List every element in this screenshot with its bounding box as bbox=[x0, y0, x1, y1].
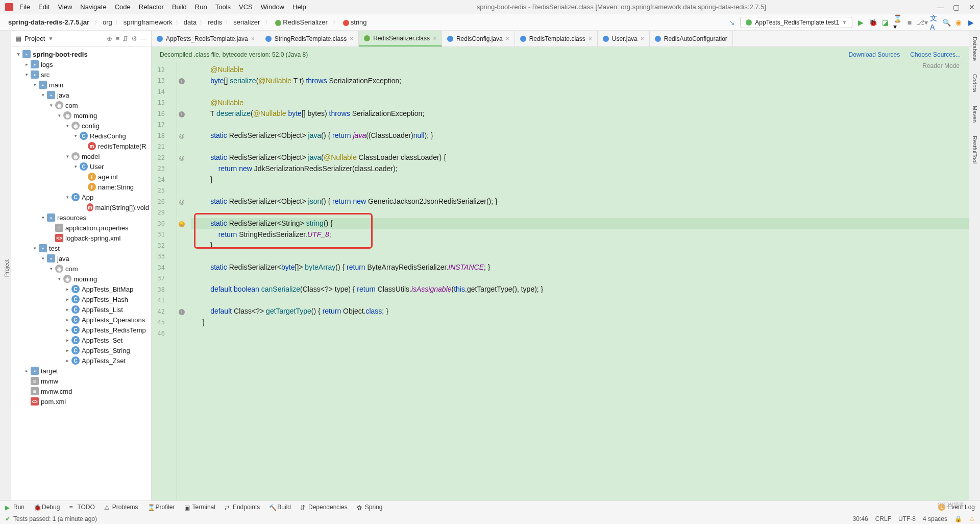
tree-node-redisconfig[interactable]: ▾CRedisConfig bbox=[11, 131, 151, 141]
code-line[interactable]: byte[] serialize(@Nullable T t) throws S… bbox=[191, 76, 969, 87]
line-number[interactable]: 24 bbox=[152, 176, 168, 183]
menu-edit[interactable]: Edit bbox=[38, 3, 50, 11]
tree-arrow-icon[interactable]: ▾ bbox=[48, 103, 54, 108]
tree-arrow-icon[interactable]: ▾ bbox=[64, 195, 70, 200]
project-header-label[interactable]: Project bbox=[24, 35, 45, 42]
tab-close-icon[interactable]: × bbox=[251, 35, 255, 42]
line-number[interactable]: 13 bbox=[152, 77, 168, 84]
code-line[interactable]: static RedisSerializer<Object> java(@Nul… bbox=[191, 152, 969, 163]
tree-node-apptests-hash[interactable]: ▸CAppTests_Hash bbox=[11, 294, 151, 304]
code-line[interactable] bbox=[191, 141, 969, 153]
code-line[interactable] bbox=[191, 185, 969, 197]
profile-icon[interactable]: ⌛▾ bbox=[893, 18, 901, 27]
stop-icon[interactable]: ■ bbox=[905, 18, 914, 27]
code-line[interactable] bbox=[191, 120, 969, 131]
tool-build[interactable]: 🔨Build bbox=[269, 504, 291, 511]
line-number[interactable]: 26 bbox=[152, 198, 168, 205]
tree-arrow-icon[interactable]: ▸ bbox=[64, 338, 70, 343]
tool-dependencies[interactable]: ⇵Dependencies bbox=[300, 504, 348, 511]
annotation-gutter-icon[interactable]: @ bbox=[177, 199, 186, 205]
line-number[interactable]: 34 bbox=[152, 264, 168, 271]
menu-window[interactable]: Window bbox=[261, 3, 284, 11]
code-body[interactable]: @Nullable byte[] serialize(@Nullable T t… bbox=[191, 62, 969, 501]
minimize-icon[interactable]: — bbox=[937, 3, 944, 11]
tree-node-age-int[interactable]: fage:int bbox=[11, 172, 151, 182]
breadcrumb-module[interactable]: spring-data-redis-2.7.5.jar bbox=[5, 17, 92, 27]
code-line[interactable]: @Nullable bbox=[191, 98, 969, 109]
tree-node-com[interactable]: ▾◉com bbox=[11, 264, 151, 274]
tab-close-icon[interactable]: × bbox=[641, 35, 644, 42]
line-number[interactable]: 42 bbox=[152, 308, 168, 315]
inspection-icon[interactable]: ⚠ bbox=[969, 515, 975, 522]
line-number[interactable]: 23 bbox=[152, 165, 168, 172]
breadcrumb-serializer[interactable]: serializer bbox=[230, 17, 263, 27]
settings-gear-icon[interactable]: ⚙ bbox=[131, 35, 137, 42]
tool-terminal[interactable]: ▣Terminal bbox=[184, 504, 215, 511]
tool-spring[interactable]: ✿Spring bbox=[357, 504, 383, 511]
menu-help[interactable]: Help bbox=[292, 3, 306, 11]
maximize-icon[interactable]: ▢ bbox=[953, 3, 960, 11]
codota-icon[interactable]: ◉ bbox=[954, 18, 963, 27]
locate-icon[interactable]: ⊕ bbox=[107, 35, 112, 42]
tree-node-apptests-list[interactable]: ▸CAppTests_List bbox=[11, 304, 151, 315]
tab-redistemplate-class[interactable]: RedisTemplate.class× bbox=[515, 31, 598, 46]
code-line[interactable]: T deserialize(@Nullable byte[] bytes) th… bbox=[191, 108, 969, 120]
right-tab-maven[interactable]: Maven bbox=[971, 104, 979, 125]
file-encoding[interactable]: UTF-8 bbox=[898, 515, 916, 522]
project-tree[interactable]: ▾▪spring-boot-redis▸▪logs▾▪src▾▪main▾▪ja… bbox=[11, 47, 151, 501]
breadcrumb-class[interactable]: RedisSerializer bbox=[272, 17, 330, 27]
tree-node-redistemplate-r[interactable]: mredisTemplate(R bbox=[11, 141, 151, 151]
code-line[interactable]: static RedisSerializer<byte[]> byteArray… bbox=[191, 262, 969, 273]
tree-node-apptests-set[interactable]: ▸CAppTests_Set bbox=[11, 335, 151, 345]
tab-stringredistemplate-class[interactable]: StringRedisTemplate.class× bbox=[260, 31, 359, 46]
search-icon[interactable]: 🔍 bbox=[942, 18, 950, 27]
line-number[interactable]: 12 bbox=[152, 66, 168, 74]
tree-node-name-string[interactable]: fname:String bbox=[11, 182, 151, 192]
coverage-icon[interactable]: ◪ bbox=[881, 18, 889, 27]
code-line[interactable] bbox=[191, 207, 969, 219]
tree-node-apptests-string[interactable]: ▸CAppTests_String bbox=[11, 345, 151, 355]
project-dropdown-icon[interactable]: ▼ bbox=[48, 36, 53, 41]
tree-node-test[interactable]: ▾▪test bbox=[11, 243, 151, 253]
implements-gutter-icon[interactable]: I bbox=[177, 78, 186, 85]
choose-sources-link[interactable]: Choose Sources... bbox=[910, 51, 961, 58]
breadcrumb-redis[interactable]: redis bbox=[205, 17, 225, 27]
menu-tools[interactable]: Tools bbox=[215, 3, 231, 11]
line-number[interactable]: 21 bbox=[152, 143, 168, 150]
intention-bulb-icon[interactable]: 💡 bbox=[177, 220, 186, 227]
code-line[interactable] bbox=[191, 295, 969, 306]
code-line[interactable]: return StringRedisSerializer.UTF_8; bbox=[191, 229, 969, 241]
tool-todo[interactable]: ≡TODO bbox=[69, 504, 94, 511]
line-separator[interactable]: CRLF bbox=[875, 515, 891, 522]
code-line[interactable]: static RedisSerializer<Object> java() { … bbox=[191, 130, 969, 141]
tree-node-apptests-redistemp[interactable]: ▸CAppTests_RedisTemp bbox=[11, 325, 151, 335]
tree-arrow-icon[interactable]: ▾ bbox=[72, 164, 79, 169]
tree-arrow-icon[interactable]: ▾ bbox=[32, 82, 38, 87]
tree-arrow-icon[interactable]: ▾ bbox=[40, 92, 46, 98]
tool-debug[interactable]: 🐞Debug bbox=[34, 504, 60, 511]
tree-arrow-icon[interactable]: ▸ bbox=[64, 287, 70, 292]
tab-close-icon[interactable]: × bbox=[589, 35, 592, 42]
reader-mode-label[interactable]: Reader Mode bbox=[922, 62, 960, 69]
tree-node-java[interactable]: ▾▪java bbox=[11, 253, 151, 264]
tree-node-logback-spring-xml[interactable]: <>logback-spring.xml bbox=[11, 233, 151, 243]
menu-build[interactable]: Build bbox=[172, 3, 187, 11]
tool-endpoints[interactable]: ⇄Endpoints bbox=[225, 504, 260, 511]
tree-node-spring-boot-redis[interactable]: ▾▪spring-boot-redis bbox=[11, 49, 151, 59]
code-line[interactable]: default boolean canSerialize(Class<?> ty… bbox=[191, 284, 969, 295]
right-tab-codota[interactable]: Codota bbox=[971, 72, 979, 94]
implements-gutter-icon[interactable]: I bbox=[177, 308, 186, 315]
tree-arrow-icon[interactable]: ▸ bbox=[64, 358, 70, 363]
code-line[interactable]: } bbox=[191, 174, 969, 185]
line-number[interactable]: 14 bbox=[152, 88, 168, 96]
tree-node-resources[interactable]: ▾▪resources bbox=[11, 212, 151, 223]
tree-arrow-icon[interactable]: ▸ bbox=[23, 62, 30, 67]
code-line[interactable]: static RedisSerializer<Object> json() { … bbox=[191, 196, 969, 207]
tree-arrow-icon[interactable]: ▸ bbox=[23, 368, 30, 373]
tool-run[interactable]: ▶Run bbox=[5, 504, 24, 511]
tree-arrow-icon[interactable]: ▾ bbox=[32, 246, 38, 251]
tree-arrow-icon[interactable]: ▸ bbox=[64, 317, 70, 322]
tree-arrow-icon[interactable]: ▾ bbox=[56, 276, 62, 281]
code-line[interactable] bbox=[191, 328, 969, 339]
tab-close-icon[interactable]: × bbox=[433, 35, 436, 42]
